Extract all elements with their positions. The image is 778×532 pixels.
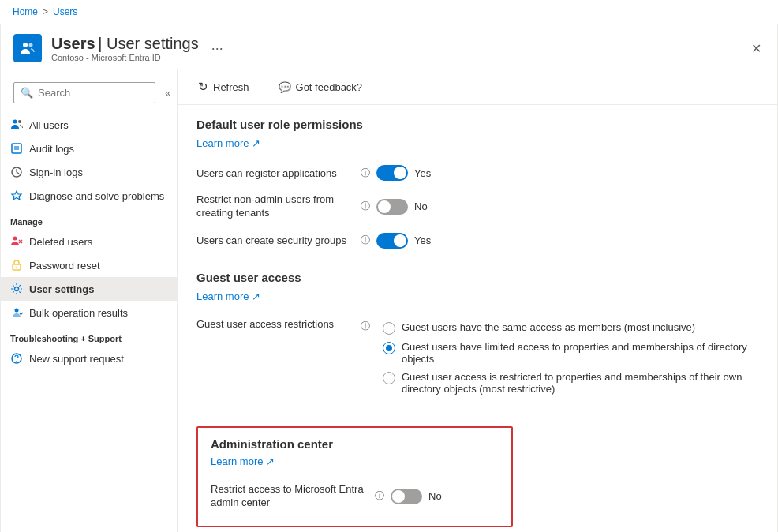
svg-point-14	[15, 309, 19, 313]
svg-point-13	[15, 287, 19, 291]
external-link-icon-3: ↗	[266, 455, 275, 467]
restrict-entra-label: Restrict access to Microsoft Entra admin…	[211, 483, 368, 510]
security-groups-info-icon[interactable]: ⓘ	[361, 234, 370, 247]
guest-radio-2[interactable]	[383, 342, 395, 354]
audit-logs-icon	[10, 142, 23, 155]
guest-option-1[interactable]: Guest users have the same access as memb…	[383, 318, 758, 338]
panel-menu-dots[interactable]: ···	[208, 37, 226, 60]
sidebar-item-user-settings[interactable]: User settings	[1, 277, 177, 301]
guest-restrictions-options: Guest users have the same access as memb…	[383, 318, 758, 398]
guest-access-section: Guest user access Learn more ↗ Guest use…	[196, 271, 758, 404]
svg-point-3	[18, 120, 21, 123]
register-apps-row: Users can register applications ⓘ Yes	[196, 159, 758, 187]
collapse-sidebar-button[interactable]: «	[165, 88, 170, 99]
sidebar: 🔍 « All users	[1, 69, 178, 532]
diagnose-icon	[10, 189, 23, 202]
register-apps-info-icon[interactable]: ⓘ	[361, 167, 370, 180]
panel-title: Users | User settings	[51, 35, 199, 53]
panel-header-left: Users | User settings Contoso - Microsof…	[13, 34, 226, 62]
diagnose-label: Diagnose and solve problems	[29, 190, 164, 202]
main-content: ↻ Refresh 💬 Got feedback? Default user r…	[178, 69, 777, 532]
security-groups-row: Users can create security groups ⓘ Yes	[196, 227, 758, 255]
restrict-entra-value: No	[428, 490, 442, 502]
guest-radio-3[interactable]	[383, 372, 395, 384]
sidebar-navigation: All users Audit logs Sign-in logs	[1, 113, 177, 532]
audit-logs-label: Audit logs	[29, 143, 74, 155]
restrict-tenants-value: No	[414, 200, 428, 212]
svg-point-2	[13, 120, 17, 124]
troubleshoot-section-title: Troubleshooting + Support	[1, 324, 177, 347]
external-link-icon-2: ↗	[252, 290, 260, 302]
restrict-tenants-label: Restrict non-admin users from creating t…	[196, 193, 354, 220]
restrict-tenants-info-icon[interactable]: ⓘ	[361, 200, 370, 213]
panel-header: Users | User settings Contoso - Microsof…	[1, 24, 777, 69]
feedback-button[interactable]: 💬 Got feedback?	[271, 77, 371, 97]
learn-more-3[interactable]: Learn more ↗	[211, 455, 499, 467]
toolbar: ↻ Refresh 💬 Got feedback?	[178, 69, 777, 105]
learn-more-1[interactable]: Learn more ↗	[196, 137, 758, 149]
svg-rect-4	[12, 144, 21, 153]
all-users-icon	[10, 118, 23, 131]
main-panel: Users | User settings Contoso - Microsof…	[0, 24, 778, 532]
sidebar-item-sign-in-logs[interactable]: Sign-in logs	[1, 160, 177, 184]
sidebar-item-all-users[interactable]: All users	[1, 113, 177, 137]
default-role-title: Default user role permissions	[196, 118, 758, 131]
guest-restrictions-info-icon[interactable]: ⓘ	[361, 320, 370, 333]
sidebar-item-diagnose[interactable]: Diagnose and solve problems	[1, 184, 177, 208]
sidebar-item-password-reset[interactable]: Password reset	[1, 253, 177, 277]
admin-center-box: Administration center Learn more ↗ Restr…	[196, 426, 513, 527]
svg-point-16	[16, 361, 17, 362]
register-apps-toggle[interactable]	[376, 165, 408, 181]
search-box[interactable]: 🔍	[13, 82, 155, 103]
guest-option-2[interactable]: Guest users have limited access to prope…	[383, 338, 758, 368]
register-apps-control: Yes	[376, 165, 431, 181]
user-settings-icon	[10, 283, 23, 295]
new-support-icon	[10, 352, 23, 365]
feedback-label: Got feedback?	[296, 81, 363, 93]
breadcrumb-current[interactable]: Users	[53, 6, 77, 17]
guest-restrictions-row: Guest user access restrictions ⓘ Guest u…	[196, 312, 758, 404]
bulk-operations-icon	[10, 306, 23, 319]
learn-more-2[interactable]: Learn more ↗	[196, 290, 758, 302]
deleted-users-label: Deleted users	[29, 236, 92, 248]
sidebar-item-deleted-users[interactable]: Deleted users	[1, 230, 177, 253]
search-icon: 🔍	[21, 87, 33, 99]
sign-in-logs-icon	[10, 166, 23, 178]
register-apps-label: Users can register applications	[196, 167, 354, 179]
guest-restrictions-label: Guest user access restrictions	[196, 318, 354, 330]
restrict-tenants-row: Restrict non-admin users from creating t…	[196, 187, 758, 227]
restrict-tenants-toggle[interactable]	[376, 199, 408, 215]
new-support-label: New support request	[29, 353, 124, 365]
manage-section-title: Manage	[1, 208, 177, 230]
security-groups-label: Users can create security groups	[196, 234, 354, 246]
search-input[interactable]	[38, 87, 148, 99]
guest-option-3[interactable]: Guest user access is restricted to prope…	[383, 368, 758, 398]
security-groups-control: Yes	[376, 233, 431, 249]
guest-option-2-label: Guest users have limited access to prope…	[402, 341, 758, 365]
restrict-entra-info-icon[interactable]: ⓘ	[375, 489, 384, 503]
restrict-entra-control: No	[391, 489, 442, 504]
restrict-entra-toggle[interactable]	[391, 489, 422, 504]
security-groups-toggle[interactable]	[376, 233, 408, 249]
guest-radio-1[interactable]	[383, 322, 395, 335]
close-button[interactable]: ✕	[748, 38, 765, 59]
guest-option-3-label: Guest user access is restricted to prope…	[402, 371, 758, 395]
breadcrumb-home[interactable]: Home	[13, 6, 38, 17]
refresh-button[interactable]: ↻ Refresh	[190, 76, 257, 98]
default-role-section: Default user role permissions Learn more…	[196, 118, 758, 255]
sign-in-logs-label: Sign-in logs	[29, 167, 83, 178]
bulk-operations-label: Bulk operation results	[29, 307, 128, 319]
all-users-label: All users	[29, 119, 69, 131]
sidebar-item-audit-logs[interactable]: Audit logs	[1, 137, 177, 160]
register-apps-value: Yes	[414, 167, 431, 179]
sidebar-item-bulk-operations[interactable]: Bulk operation results	[1, 301, 177, 324]
restrict-tenants-control: No	[376, 199, 428, 215]
guest-access-title: Guest user access	[196, 271, 758, 284]
settings-content: Default user role permissions Learn more…	[178, 105, 777, 532]
sidebar-item-new-support[interactable]: New support request	[1, 347, 177, 370]
restrict-entra-row: Restrict access to Microsoft Entra admin…	[211, 477, 499, 516]
refresh-icon: ↻	[198, 80, 208, 94]
security-groups-value: Yes	[414, 234, 431, 246]
panel-title-group: Users | User settings Contoso - Microsof…	[51, 35, 199, 62]
password-reset-icon	[10, 259, 23, 272]
